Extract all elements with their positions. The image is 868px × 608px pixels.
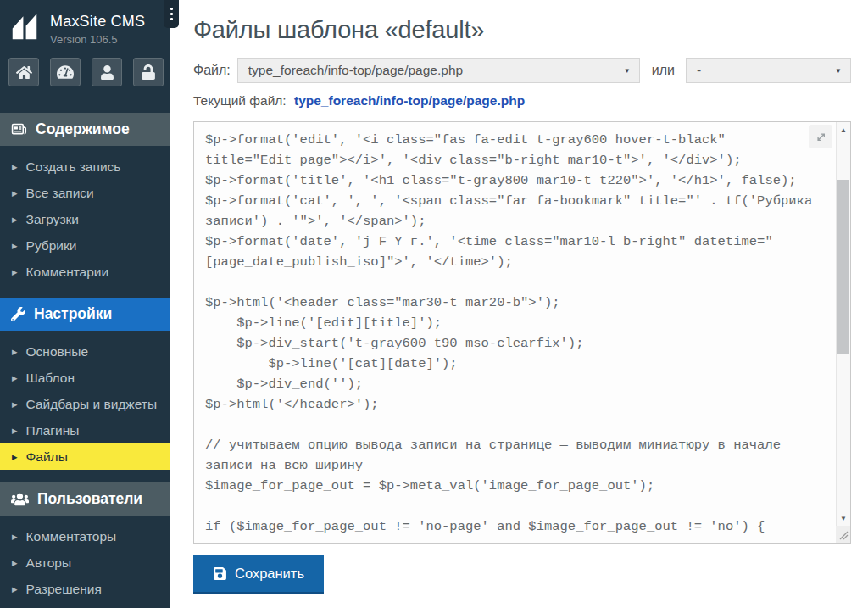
users-icon (11, 492, 29, 507)
sidebar-item-label: Файлы (26, 449, 68, 465)
caret-right-icon: ▶ (12, 452, 18, 460)
section-label: Пользователи (37, 490, 142, 508)
sidebar-section-users[interactable]: Пользователи (0, 482, 170, 516)
file-label: Файл: (193, 63, 231, 78)
caret-right-icon: ▶ (12, 215, 18, 223)
app-name: MaxSite CMS (50, 13, 145, 31)
caret-right-icon: ▶ (12, 188, 18, 197)
scrollbar-thumb[interactable] (837, 180, 849, 354)
caret-right-icon: ▶ (12, 373, 18, 382)
or-label: или (652, 63, 675, 78)
chevron-down-icon: ▼ (624, 67, 631, 75)
sidebar-section-content[interactable]: Содержимое (0, 113, 170, 146)
sidebar-item-commentators[interactable]: ▶Комментаторы (0, 523, 170, 549)
sidebar-item-template[interactable]: ▶Шаблон (0, 365, 170, 391)
sidebar-item-files[interactable]: ▶Файлы (0, 443, 170, 470)
alt-file-select[interactable]: - ▼ (686, 58, 851, 83)
sidebar-nav: Содержимое ▶Создать запись ▶Все записи ▶… (0, 113, 170, 602)
caret-right-icon: ▶ (12, 267, 18, 276)
home-button[interactable] (8, 58, 39, 86)
caret-right-icon: ▶ (12, 426, 18, 434)
sidebar-item-label: Все записи (26, 186, 94, 201)
caret-right-icon: ▶ (12, 347, 18, 355)
sidebar-item-label: Комментарии (26, 265, 109, 280)
chevron-down-icon: ▼ (835, 67, 842, 75)
user-icon (100, 65, 114, 80)
sidebar-item-label: Шаблон (26, 371, 75, 386)
app-version: Version 106.5 (50, 33, 145, 46)
floppy-disk-icon (213, 566, 227, 581)
code-editor: ▲ ▼ (193, 121, 851, 544)
sidebar-item-label: Основные (26, 344, 89, 360)
sidebar-item-label: Плагины (26, 423, 80, 438)
wrench-icon (11, 307, 25, 321)
section-label: Настройки (34, 305, 112, 323)
caret-right-icon: ▶ (12, 558, 18, 566)
dashboard-button[interactable] (50, 58, 81, 86)
resize-grip-icon[interactable] (836, 526, 850, 543)
caret-right-icon: ▶ (12, 162, 18, 170)
sidebar-item-general[interactable]: ▶Основные (0, 338, 170, 365)
maxsite-logo (8, 11, 41, 43)
home-icon (16, 64, 32, 81)
current-file-row: Текущий файл: type_foreach/info-top/page… (193, 93, 851, 109)
file-select-value: type_foreach/info-top/page/page.php (248, 63, 617, 78)
sidebar-item-sidebars-widgets[interactable]: ▶Сайдбары и виджеты (0, 391, 170, 417)
save-button[interactable]: Сохранить (193, 555, 324, 594)
sidebar-item-create-post[interactable]: ▶Создать запись (0, 153, 170, 180)
current-file-link[interactable]: type_foreach/info-top/page/page.php (294, 93, 525, 108)
editor-scrollbar[interactable]: ▲ ▼ (836, 122, 850, 526)
caret-right-icon: ▶ (12, 399, 18, 408)
sidebar-item-plugins[interactable]: ▶Плагины (0, 417, 170, 443)
save-button-label: Сохранить (235, 566, 304, 582)
sidebar-item-label: Рубрики (26, 238, 77, 254)
file-select[interactable]: type_foreach/info-top/page/page.php ▼ (237, 58, 640, 83)
sidebar-item-label: Комментаторы (26, 529, 117, 544)
caret-right-icon: ▶ (12, 241, 18, 249)
file-select-row: Файл: type_foreach/info-top/page/page.ph… (193, 58, 851, 83)
sidebar-item-categories[interactable]: ▶Рубрики (0, 232, 170, 259)
unlock-button[interactable] (133, 58, 164, 86)
sidebar-item-label: Авторы (26, 555, 72, 571)
alt-file-select-value: - (697, 63, 828, 78)
logo-row: MaxSite CMS Version 106.5 (0, 0, 170, 46)
newspaper-icon (11, 121, 27, 137)
sidebar-item-comments[interactable]: ▶Комментарии (0, 259, 170, 285)
sidebar-item-label: Разрешения (26, 582, 102, 597)
kebab-menu-icon (170, 8, 173, 10)
section-label: Содержимое (36, 120, 130, 138)
profile-button[interactable] (92, 58, 122, 86)
sidebar-toggle-button[interactable] (164, 0, 179, 28)
main-content: Файлы шаблона «default» Файл: type_forea… (170, 0, 868, 608)
sidebar-section-settings[interactable]: Настройки (0, 298, 170, 331)
unlock-icon (141, 64, 156, 80)
current-file-label: Текущий файл: (193, 93, 287, 108)
expand-icon (814, 130, 828, 144)
gauge-icon (57, 64, 74, 81)
sidebar-item-permissions[interactable]: ▶Разрешения (0, 576, 170, 602)
sidebar-item-uploads[interactable]: ▶Загрузки (0, 206, 170, 232)
page-title: Файлы шаблона «default» (193, 16, 851, 44)
scroll-up-icon[interactable]: ▲ (837, 123, 850, 137)
template-code-textarea[interactable] (194, 122, 836, 543)
sidebar: MaxSite CMS Version 106.5 (0, 0, 170, 608)
expand-editor-button[interactable] (809, 125, 832, 148)
sidebar-item-all-posts[interactable]: ▶Все записи (0, 180, 170, 206)
caret-right-icon: ▶ (12, 584, 18, 593)
sidebar-item-label: Сайдбары и виджеты (26, 397, 158, 412)
caret-right-icon: ▶ (12, 532, 18, 540)
scroll-down-icon[interactable]: ▼ (837, 511, 850, 525)
quick-buttons-row (8, 58, 170, 86)
sidebar-item-authors[interactable]: ▶Авторы (0, 549, 170, 576)
sidebar-item-label: Создать запись (26, 159, 121, 175)
sidebar-item-label: Загрузки (26, 212, 79, 227)
